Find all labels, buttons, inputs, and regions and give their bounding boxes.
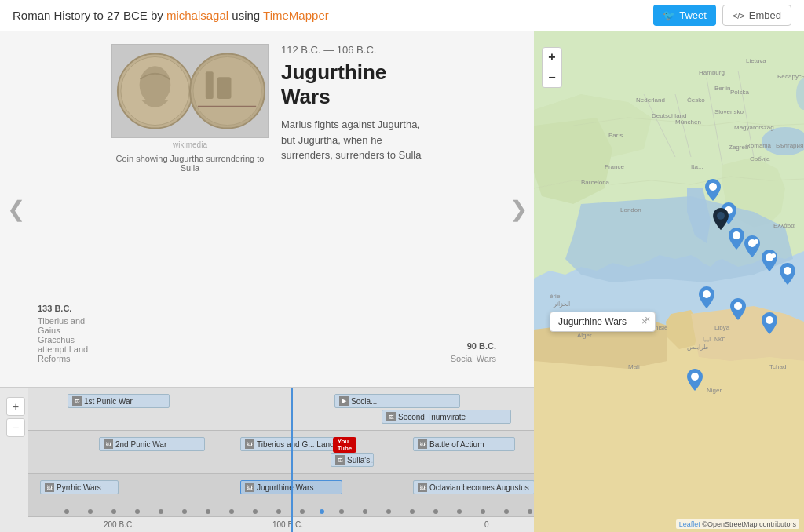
svg-text:ليبيا: ليبيا (703, 337, 711, 342)
map-pin-7[interactable] (699, 286, 714, 308)
next-button[interactable]: ❯ (502, 31, 534, 387)
zoom-in-button[interactable]: + (6, 397, 25, 416)
map-pin-active[interactable] (713, 208, 729, 230)
axis-dot-active (320, 509, 324, 514)
timemapper-link[interactable]: TimeMapper (263, 9, 329, 22)
title-prefix: Roman History to 27 BCE by (13, 9, 166, 22)
embed-label: Embed (749, 9, 781, 21)
svg-point-59 (691, 373, 699, 381)
axis-dot (481, 509, 485, 514)
axis-dot (135, 509, 140, 514)
axis-dot (528, 509, 532, 514)
image-caption: Coin showing Jugurtha surrendering to Su… (111, 154, 269, 173)
map-zoom-in-button[interactable]: + (542, 47, 562, 67)
axis-dot (253, 509, 258, 514)
map-pin-9[interactable] (762, 312, 777, 334)
left-context-title: Tiberius and Gaius Gracchus attempt Land… (38, 316, 96, 363)
left-panel: ❮ 133 B.C. Tiberius and Gaius Gracchus a… (0, 31, 534, 532)
map-container[interactable]: Lietuva Беларусь Polska Hamburg Berlin Č… (534, 31, 804, 532)
axis-label-100bc: 100 B.C. (272, 520, 303, 529)
svg-text:München: München (675, 118, 701, 126)
svg-text:Ita...: Ita... (691, 163, 704, 170)
event-title: Jugurthine Wars (281, 60, 422, 109)
map-zoom-controls: + − (542, 47, 562, 88)
svg-text:Deutschland: Deutschland (652, 112, 686, 119)
title-using: using (228, 9, 263, 22)
image-credit: wikimedia (173, 140, 207, 149)
svg-point-54 (771, 253, 776, 258)
svg-text:Polska: Polska (730, 89, 750, 96)
axis-dot (363, 509, 367, 514)
embed-code-icon: </> (733, 11, 745, 20)
item-icon: 🖼 (72, 396, 82, 406)
map-attribution: Leaflet ©OpenStreetMap contributors (676, 519, 799, 529)
axis-dot (339, 509, 344, 514)
axis-dot (300, 509, 305, 514)
timeline-item-sulla[interactable]: 🖼 Sulla's... (331, 453, 374, 467)
svg-text:Беларусь: Беларусь (777, 73, 804, 80)
svg-text:الجزائر: الجزائر (553, 301, 570, 308)
item-icon: 🖼 (418, 439, 427, 449)
svg-text:London: London (620, 206, 641, 213)
map-pin-10[interactable] (687, 369, 703, 391)
item-icon: 🖼 (245, 483, 254, 492)
header: Roman History to 27 BCE by michalsagal u… (0, 0, 804, 31)
right-context-date: 90 B.C. (438, 341, 496, 351)
axis-dot (88, 509, 93, 514)
axis-dot (457, 509, 462, 514)
user-link[interactable]: michalsagal (166, 9, 228, 22)
axis-dot (386, 509, 391, 514)
svg-point-50 (733, 231, 740, 239)
item-icon: ▶ (339, 396, 349, 406)
timeline-item-1st-punic-war[interactable]: 🖼 1st Punic War (68, 394, 170, 408)
map-panel: Lietuva Беларусь Polska Hamburg Berlin Č… (534, 31, 804, 532)
svg-point-52 (754, 239, 758, 244)
svg-text:România: România (746, 142, 772, 149)
timeline-item-second-triumvirate[interactable]: 🖼 Second Triumvirate (382, 410, 511, 424)
left-context: 133 B.C. Tiberius and Gaius Gracchus att… (31, 31, 102, 387)
right-context-title: Social Wars (438, 354, 496, 363)
svg-rect-6 (206, 71, 214, 99)
svg-text:Tchad: Tchad (769, 363, 786, 370)
content-area: ❮ 133 B.C. Tiberius and Gaius Gracchus a… (0, 31, 534, 387)
svg-rect-5 (217, 77, 232, 99)
zoom-controls: + − (6, 397, 25, 437)
axis-dot (229, 509, 234, 514)
map-popup-close[interactable]: × (641, 316, 647, 327)
timeline-item-octavian[interactable]: 🖼 Octavian becomes Augustus (413, 480, 534, 494)
timeline-item-pyrrhic[interactable]: 🖼 Pyrrhic Wars (40, 480, 119, 494)
header-buttons: 🐦 Tweet </> Embed (653, 5, 791, 26)
osm-attribution: ©OpenStreetMap contributors (702, 520, 796, 528)
svg-point-55 (784, 267, 791, 275)
svg-text:Berlin: Berlin (714, 85, 730, 92)
svg-point-58 (766, 316, 773, 324)
tweet-button[interactable]: 🐦 Tweet (653, 5, 716, 26)
map-zoom-out-button[interactable]: − (542, 67, 562, 88)
svg-text:érie: érie (550, 293, 561, 300)
svg-point-56 (703, 290, 711, 298)
youtube-icon: YouTube (333, 437, 356, 453)
leaflet-link[interactable]: Leaflet (679, 520, 700, 528)
image-section: wikimedia Coin showing Jugurtha surrende… (111, 44, 269, 374)
axis-dot (433, 509, 438, 514)
embed-button[interactable]: </> Embed (722, 5, 791, 26)
map-pin-3[interactable] (729, 228, 744, 250)
axis-dot (182, 509, 187, 514)
svg-text:Paris: Paris (608, 132, 623, 139)
axis-dot (111, 509, 116, 514)
map-pin-4[interactable] (744, 235, 760, 257)
zoom-out-button[interactable]: − (6, 418, 25, 437)
map-pin-8[interactable] (730, 298, 746, 320)
map-pin-5[interactable] (762, 250, 777, 271)
map-pin-1[interactable] (705, 179, 721, 201)
item-icon: 🖼 (386, 412, 396, 421)
svg-text:طرابلس: طرابلس (687, 344, 708, 351)
axis-dot (64, 509, 69, 514)
left-context-date: 133 B.C. (38, 304, 96, 313)
map-pin-6[interactable] (780, 263, 795, 285)
prev-button[interactable]: ❮ (0, 31, 31, 387)
timeline-band-2: 🖼 2nd Punic War 🖼 Tiberius and G... Land… (28, 431, 534, 474)
timeline-item-battle-actium[interactable]: 🖼 Battle of Actium (413, 437, 515, 451)
timeline-item-social[interactable]: ▶ Socia... (334, 394, 460, 408)
timeline-item-2nd-punic-war[interactable]: 🖼 2nd Punic War (99, 437, 205, 451)
